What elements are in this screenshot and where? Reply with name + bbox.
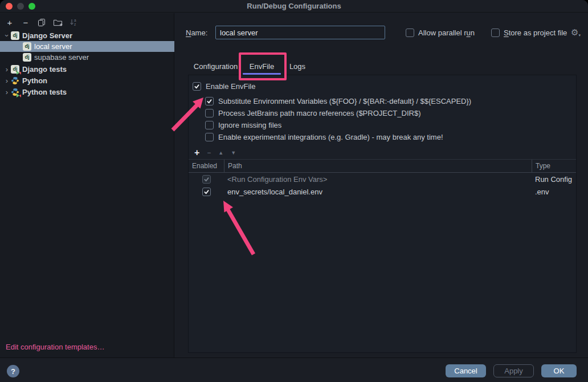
name-label: Name: [186, 29, 207, 37]
tree-item-python[interactable]: › Python [0, 75, 174, 86]
django-tests-icon: dj [11, 65, 19, 74]
table-row-run-config-env-vars[interactable]: <Run Configuration Env Vars> Run Config [189, 173, 576, 185]
column-header-path: Path [224, 160, 532, 172]
tree-item-python-tests[interactable]: › Python tests [0, 87, 174, 97]
svg-text:z: z [74, 22, 76, 26]
checkbox [202, 175, 211, 184]
add-configuration-icon[interactable]: + [5, 17, 15, 27]
checkbox[interactable] [202, 188, 211, 196]
copy-configuration-icon[interactable] [36, 17, 47, 27]
table-toolbar: + − ▲ ▼ [189, 147, 576, 160]
chevron-collapsed-icon[interactable]: › [3, 76, 11, 85]
checkbox[interactable] [205, 97, 214, 105]
ignore-missing-files-checkbox[interactable]: Ignore missing files [205, 119, 576, 131]
allow-parallel-run-checkbox[interactable]: Allow parallel run [406, 28, 475, 37]
column-header-type: Type [532, 160, 576, 172]
tree-item-django-tests[interactable]: › dj Django tests [0, 64, 174, 75]
checkbox[interactable] [406, 29, 414, 37]
column-header-enabled: Enabled [189, 160, 224, 172]
django-icon: dj [11, 31, 19, 40]
tree-item-django-server[interactable]: › dj Django Server [0, 30, 174, 41]
python-icon [11, 76, 19, 85]
substitute-env-vars-checkbox[interactable]: Substitute Environment Variables (${FOO}… [205, 95, 576, 107]
checkbox[interactable] [205, 133, 214, 141]
chevron-expanded-icon[interactable]: › [3, 32, 11, 40]
tab-logs[interactable]: Logs [285, 59, 310, 75]
remove-env-file-icon[interactable]: − [207, 149, 211, 157]
django-icon: dj [23, 53, 31, 62]
titlebar: Run/Debug Configurations [0, 0, 588, 13]
tab-envfile[interactable]: EnvFile [243, 59, 281, 75]
edit-configuration-templates-link[interactable]: Edit configuration templates… [6, 343, 104, 351]
cancel-button[interactable]: Cancel [446, 364, 486, 377]
checkbox[interactable] [491, 29, 500, 37]
configurations-sidebar: + − az › dj Django Server dj local serve… [0, 13, 174, 357]
envfile-tab-panel: Enable EnvFile Substitute Environment Va… [188, 75, 577, 353]
svg-text:a: a [74, 18, 76, 22]
window-title: Run/Debug Configurations [0, 2, 588, 10]
env-files-table: + − ▲ ▼ Enabled Path Type <Run Configura… [189, 147, 576, 198]
tree-item-local-server[interactable]: dj local server [0, 41, 174, 52]
tab-configuration[interactable]: Configuration [188, 59, 243, 75]
sidebar-toolbar: + − az [0, 16, 79, 29]
experimental-integrations-checkbox[interactable]: Enable experimental integrations (e.g. G… [205, 131, 576, 143]
store-settings-gear-icon[interactable]: ⚙▾ [571, 27, 581, 38]
apply-button[interactable]: Apply [493, 364, 534, 377]
table-row-env-secrets[interactable]: env_secrets/local_daniel.env .env [189, 185, 576, 198]
ok-button[interactable]: OK [541, 364, 577, 377]
enable-envfile-checkbox[interactable]: Enable EnvFile [193, 80, 576, 92]
remove-configuration-icon[interactable]: − [21, 17, 31, 27]
python-tests-icon [11, 88, 19, 96]
chevron-collapsed-icon[interactable]: › [3, 65, 11, 74]
run-debug-configurations-dialog: Run/Debug Configurations + − az › dj Dja… [0, 0, 588, 382]
move-down-icon[interactable]: ▼ [231, 150, 236, 156]
add-env-file-icon[interactable]: + [194, 148, 199, 158]
chevron-collapsed-icon[interactable]: › [3, 88, 11, 96]
help-button[interactable]: ? [7, 365, 19, 377]
checkbox[interactable] [205, 109, 214, 117]
tree-item-supabase-server[interactable]: dj supabase server [0, 52, 174, 63]
sort-configurations-icon[interactable]: az [68, 17, 79, 27]
name-input[interactable] [215, 26, 385, 39]
process-path-macro-checkbox[interactable]: Process JetBrains path macro references … [205, 107, 576, 119]
django-icon: dj [23, 42, 31, 51]
checkbox[interactable] [205, 121, 214, 129]
table-header: Enabled Path Type [189, 160, 576, 173]
store-as-project-file-checkbox[interactable]: Store as project file [491, 28, 567, 37]
move-up-icon[interactable]: ▲ [218, 150, 223, 156]
checkbox[interactable] [193, 82, 201, 91]
new-folder-icon[interactable] [52, 17, 63, 27]
